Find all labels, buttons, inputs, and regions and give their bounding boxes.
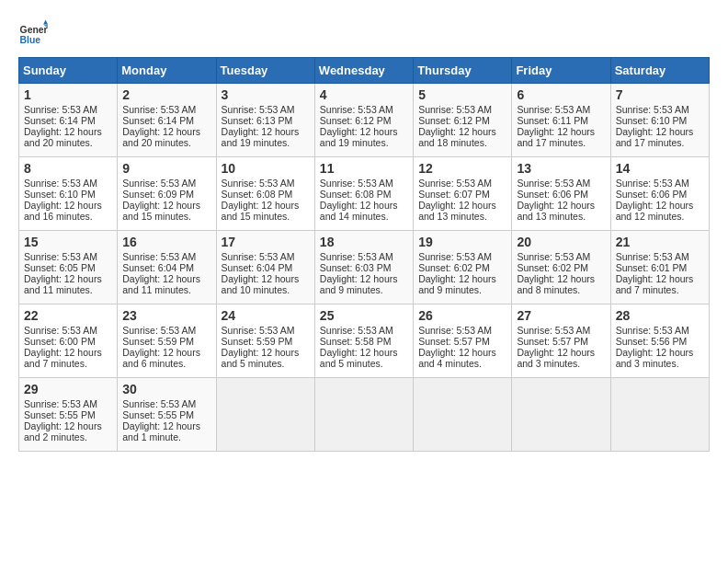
day-number: 6 [517,87,605,102]
sunset-label: Sunset: 5:55 PM [122,409,194,420]
sunset-label: Sunset: 6:11 PM [517,115,588,126]
sunset-label: Sunset: 6:06 PM [517,189,588,200]
daylight-label: Daylight: 12 hours and 2 minutes. [24,420,102,442]
sunset-label: Sunset: 6:02 PM [418,262,490,273]
sunrise-label: Sunrise: 5:53 AM [122,104,196,115]
sunrise-label: Sunrise: 5:53 AM [320,325,393,336]
calendar-cell [216,378,314,452]
calendar-cell: 28 Sunrise: 5:53 AM Sunset: 5:56 PM Dayl… [610,304,709,378]
sunrise-label: Sunrise: 5:53 AM [320,178,393,189]
day-number: 22 [24,308,112,323]
calendar-cell [512,378,610,452]
daylight-label: Daylight: 12 hours and 3 minutes. [616,347,694,369]
sunrise-label: Sunrise: 5:53 AM [24,398,97,409]
calendar-cell [314,378,413,452]
day-number: 17 [222,235,310,249]
sunset-label: Sunset: 6:07 PM [418,189,490,200]
calendar-cell: 17 Sunrise: 5:53 AM Sunset: 6:04 PM Dayl… [216,231,314,304]
daylight-label: Daylight: 12 hours and 19 minutes. [320,126,398,148]
sunrise-label: Sunrise: 5:53 AM [320,104,393,115]
calendar-cell: 23 Sunrise: 5:53 AM Sunset: 5:59 PM Dayl… [118,304,216,378]
day-number: 29 [24,382,112,396]
sunrise-label: Sunrise: 5:53 AM [122,178,196,189]
day-number: 4 [320,87,408,102]
sunrise-label: Sunrise: 5:53 AM [616,251,689,262]
sunrise-label: Sunrise: 5:53 AM [517,104,590,115]
day-number: 27 [517,308,605,323]
day-number: 13 [517,161,605,176]
daylight-label: Daylight: 12 hours and 17 minutes. [616,126,694,148]
daylight-label: Daylight: 12 hours and 5 minutes. [222,347,300,369]
daylight-label: Daylight: 12 hours and 12 minutes. [616,200,694,222]
sunset-label: Sunset: 5:59 PM [222,336,293,347]
daylight-label: Daylight: 12 hours and 1 minute. [122,420,200,442]
col-header-friday: Friday [512,58,610,84]
calendar-week-4: 22 Sunrise: 5:53 AM Sunset: 6:00 PM Dayl… [19,304,710,378]
daylight-label: Daylight: 12 hours and 20 minutes. [122,126,200,148]
calendar-cell: 2 Sunrise: 5:53 AM Sunset: 6:14 PM Dayli… [118,84,216,157]
day-number: 3 [222,87,310,102]
sunset-label: Sunset: 6:02 PM [517,262,588,273]
daylight-label: Daylight: 12 hours and 7 minutes. [24,347,102,369]
sunrise-label: Sunrise: 5:53 AM [222,104,295,115]
calendar-cell: 7 Sunrise: 5:53 AM Sunset: 6:10 PM Dayli… [610,84,709,157]
daylight-label: Daylight: 12 hours and 10 minutes. [222,273,300,295]
calendar-cell: 27 Sunrise: 5:53 AM Sunset: 5:57 PM Dayl… [512,304,610,378]
sunset-label: Sunset: 6:12 PM [320,115,392,126]
col-header-wednesday: Wednesday [314,58,413,84]
calendar-cell: 25 Sunrise: 5:53 AM Sunset: 5:58 PM Dayl… [314,304,413,378]
day-number: 26 [418,308,506,323]
sunrise-label: Sunrise: 5:53 AM [616,104,689,115]
day-number: 30 [122,382,210,396]
svg-marker-2 [43,20,48,25]
daylight-label: Daylight: 12 hours and 8 minutes. [517,273,595,295]
calendar-week-5: 29 Sunrise: 5:53 AM Sunset: 5:55 PM Dayl… [19,378,710,452]
day-number: 1 [24,87,112,102]
calendar-cell: 8 Sunrise: 5:53 AM Sunset: 6:10 PM Dayli… [19,157,118,231]
calendar-cell: 12 Sunrise: 5:53 AM Sunset: 6:07 PM Dayl… [414,157,512,231]
day-number: 10 [222,161,310,176]
sunrise-label: Sunrise: 5:53 AM [418,104,492,115]
sunset-label: Sunset: 6:13 PM [222,115,293,126]
daylight-label: Daylight: 12 hours and 18 minutes. [418,126,496,148]
sunrise-label: Sunrise: 5:53 AM [517,251,590,262]
calendar-cell: 14 Sunrise: 5:53 AM Sunset: 6:06 PM Dayl… [610,157,709,231]
calendar-cell: 1 Sunrise: 5:53 AM Sunset: 6:14 PM Dayli… [19,84,118,157]
daylight-label: Daylight: 12 hours and 3 minutes. [517,347,595,369]
calendar-cell: 29 Sunrise: 5:53 AM Sunset: 5:55 PM Dayl… [19,378,118,452]
daylight-label: Daylight: 12 hours and 16 minutes. [24,200,102,222]
day-number: 24 [222,308,310,323]
sunset-label: Sunset: 5:59 PM [122,336,194,347]
sunrise-label: Sunrise: 5:53 AM [418,178,492,189]
sunrise-label: Sunrise: 5:53 AM [122,251,196,262]
calendar-cell: 24 Sunrise: 5:53 AM Sunset: 5:59 PM Dayl… [216,304,314,378]
calendar-cell: 6 Sunrise: 5:53 AM Sunset: 6:11 PM Dayli… [512,84,610,157]
sunrise-label: Sunrise: 5:53 AM [418,325,492,336]
sunrise-label: Sunrise: 5:53 AM [24,104,97,115]
calendar-week-2: 8 Sunrise: 5:53 AM Sunset: 6:10 PM Dayli… [19,157,710,231]
daylight-label: Daylight: 12 hours and 20 minutes. [24,126,102,148]
calendar-week-1: 1 Sunrise: 5:53 AM Sunset: 6:14 PM Dayli… [19,84,710,157]
sunset-label: Sunset: 6:04 PM [222,262,293,273]
calendar-table: SundayMondayTuesdayWednesdayThursdayFrid… [18,57,710,452]
daylight-label: Daylight: 12 hours and 11 minutes. [24,273,102,295]
sunrise-label: Sunrise: 5:53 AM [517,325,590,336]
svg-text:Blue: Blue [20,35,41,45]
sunset-label: Sunset: 6:01 PM [616,262,688,273]
calendar-cell: 15 Sunrise: 5:53 AM Sunset: 6:05 PM Dayl… [19,231,118,304]
calendar-cell: 13 Sunrise: 5:53 AM Sunset: 6:06 PM Dayl… [512,157,610,231]
sunrise-label: Sunrise: 5:53 AM [122,398,196,409]
sunset-label: Sunset: 6:10 PM [616,115,688,126]
calendar-cell: 3 Sunrise: 5:53 AM Sunset: 6:13 PM Dayli… [216,84,314,157]
day-number: 2 [122,87,210,102]
day-number: 11 [320,161,408,176]
sunset-label: Sunset: 5:56 PM [616,336,688,347]
sunset-label: Sunset: 6:06 PM [616,189,688,200]
day-number: 20 [517,235,605,249]
col-header-monday: Monday [118,58,216,84]
calendar-cell: 19 Sunrise: 5:53 AM Sunset: 6:02 PM Dayl… [414,231,512,304]
day-number: 12 [418,161,506,176]
sunset-label: Sunset: 5:57 PM [418,336,490,347]
logo: General Blue [18,18,48,48]
calendar-cell: 5 Sunrise: 5:53 AM Sunset: 6:12 PM Dayli… [414,84,512,157]
